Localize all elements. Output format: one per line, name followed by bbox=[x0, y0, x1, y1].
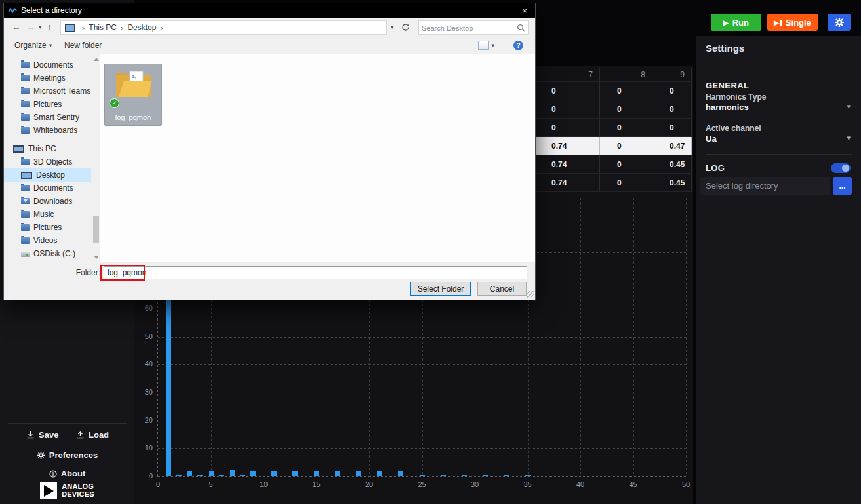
annotation-highlight bbox=[100, 265, 145, 281]
single-label: Single bbox=[786, 18, 811, 28]
folder-icon bbox=[21, 185, 30, 191]
x-tick-label: 50 bbox=[676, 480, 696, 488]
tree-item-osdisk-c[interactable]: OSDisk (C:) bbox=[4, 247, 91, 260]
chart-bar bbox=[356, 471, 361, 476]
chart-bar bbox=[388, 476, 393, 476]
about-button[interactable]: About bbox=[0, 469, 134, 478]
chart-bar bbox=[493, 476, 498, 476]
folder-item-log-pqmon[interactable]: a, ✓ log_pqmon bbox=[104, 64, 162, 126]
y-tick-label: 40 bbox=[128, 360, 153, 368]
save-button[interactable]: Save bbox=[26, 430, 58, 440]
help-button[interactable]: ? bbox=[513, 41, 523, 50]
chart-bar bbox=[250, 471, 256, 476]
tree-item-meetings[interactable]: Meetings bbox=[4, 71, 91, 85]
browse-log-directory-button[interactable]: ... bbox=[833, 177, 852, 195]
tree-item-downloads[interactable]: Downloads bbox=[4, 195, 91, 208]
organize-button[interactable]: Organize ▾ bbox=[14, 41, 52, 50]
tree-item-smart-sentry[interactable]: Smart Sentry bbox=[4, 111, 91, 124]
dialog-titlebar[interactable]: Select a directory × bbox=[4, 3, 535, 18]
chevron-down-icon[interactable]: ▾ bbox=[847, 134, 851, 142]
chart-bar bbox=[209, 471, 214, 476]
tree-item-documents[interactable]: Documents bbox=[4, 58, 91, 71]
chart-bar bbox=[420, 475, 425, 476]
tree-item-desktop[interactable]: Desktop bbox=[4, 168, 91, 182]
back-icon[interactable]: ← bbox=[12, 22, 21, 32]
load-label: Load bbox=[89, 430, 109, 440]
run-button[interactable]: ▶ Run bbox=[711, 14, 761, 31]
folder-icon bbox=[21, 159, 30, 165]
harmonics-table: 7890000000000.7400.470.7400.450.7400.45 bbox=[534, 68, 692, 192]
pc-icon bbox=[13, 145, 24, 153]
tree-item-music[interactable]: Music bbox=[4, 208, 91, 221]
table-cell: 0 bbox=[534, 119, 600, 136]
folder-item-label: log_pqmon bbox=[105, 113, 161, 121]
harmonics-type-value[interactable]: harmonics bbox=[706, 102, 749, 112]
chevron-down-icon[interactable]: ▾ bbox=[847, 102, 851, 111]
chart-bar bbox=[303, 476, 308, 476]
general-header: GENERAL bbox=[706, 81, 749, 90]
load-button[interactable]: Load bbox=[76, 430, 109, 440]
tree-item-videos[interactable]: Videos bbox=[4, 234, 91, 247]
preferences-button[interactable]: Preferences bbox=[0, 450, 134, 460]
search-input[interactable] bbox=[420, 22, 515, 35]
search-box[interactable] bbox=[418, 20, 529, 35]
dialog-title: Select a directory bbox=[21, 6, 82, 15]
resize-grip[interactable] bbox=[527, 291, 534, 298]
chart-bar bbox=[514, 476, 519, 476]
settings-title: Settings bbox=[706, 43, 744, 54]
table-cell: 0.45 bbox=[652, 155, 692, 173]
sync-check-icon: ✓ bbox=[110, 98, 119, 108]
chart-bar bbox=[219, 475, 224, 476]
tree-scrollbar[interactable] bbox=[92, 54, 100, 262]
history-dropdown-icon[interactable]: ▾ bbox=[39, 24, 42, 30]
x-tick-label: 40 bbox=[571, 480, 590, 488]
log-directory-input[interactable] bbox=[700, 177, 830, 195]
view-mode-icon bbox=[478, 41, 489, 50]
tree-item-microsoft-teams[interactable]: Microsoft Teams bbox=[4, 85, 91, 98]
tree-item-3d-objects[interactable]: 3D Objects bbox=[4, 155, 91, 168]
folder-name-input[interactable] bbox=[104, 266, 527, 279]
folder-icon bbox=[21, 114, 30, 121]
chart-bar bbox=[441, 475, 446, 476]
active-channel-value[interactable]: Ua bbox=[706, 134, 717, 144]
up-icon[interactable]: ↑ bbox=[47, 22, 52, 32]
scroll-up-icon[interactable] bbox=[94, 58, 99, 61]
save-label: Save bbox=[39, 430, 58, 440]
select-folder-button[interactable]: Select Folder bbox=[410, 282, 471, 296]
dialog-file-area[interactable]: a, ✓ log_pqmon bbox=[100, 54, 535, 262]
drive-icon bbox=[21, 252, 30, 257]
table-header-cell: 8 bbox=[600, 68, 652, 81]
table-header-cell: 7 bbox=[534, 68, 600, 81]
table-cell: 0.47 bbox=[652, 137, 692, 155]
tree-item-documents[interactable]: Documents bbox=[4, 182, 91, 195]
tree-item-pictures[interactable]: Pictures bbox=[4, 98, 91, 111]
view-mode-button[interactable]: ▾ bbox=[478, 41, 494, 50]
chart-bar bbox=[430, 476, 435, 476]
new-folder-button[interactable]: New folder bbox=[64, 41, 102, 50]
close-icon[interactable]: × bbox=[514, 3, 535, 18]
tree-item-whiteboards[interactable]: Whiteboards bbox=[4, 124, 91, 137]
tree-item-this-pc[interactable]: This PC bbox=[4, 142, 91, 155]
log-toggle[interactable] bbox=[831, 163, 851, 173]
breadcrumb-item[interactable]: Desktop bbox=[127, 23, 156, 32]
forward-icon[interactable]: → bbox=[26, 22, 35, 32]
tree-item-pictures[interactable]: Pictures bbox=[4, 221, 91, 234]
y-tick-label: 50 bbox=[128, 332, 153, 340]
settings-gear-button[interactable] bbox=[828, 14, 851, 31]
refresh-icon[interactable] bbox=[401, 23, 410, 31]
dialog-folder-tree: DocumentsMeetingsMicrosoft TeamsPictures… bbox=[4, 58, 91, 260]
help-icon: ? bbox=[513, 41, 523, 50]
scrollbar-thumb[interactable] bbox=[93, 216, 99, 243]
table-cell: 0 bbox=[652, 100, 692, 118]
address-dropdown-icon[interactable]: ▾ bbox=[391, 24, 394, 30]
cancel-button[interactable]: Cancel bbox=[477, 282, 527, 296]
folder-icon bbox=[21, 75, 30, 81]
scroll-down-icon[interactable] bbox=[94, 256, 99, 259]
tree-item-label: Downloads bbox=[33, 197, 72, 206]
search-icon[interactable] bbox=[517, 24, 525, 32]
address-bar[interactable]: ›This PC›Desktop› bbox=[60, 20, 387, 35]
chart-bar bbox=[261, 476, 266, 476]
single-button[interactable]: ▶ Single bbox=[767, 14, 818, 31]
breadcrumb-item[interactable]: This PC bbox=[89, 23, 117, 32]
tree-item-label: Videos bbox=[33, 236, 57, 245]
